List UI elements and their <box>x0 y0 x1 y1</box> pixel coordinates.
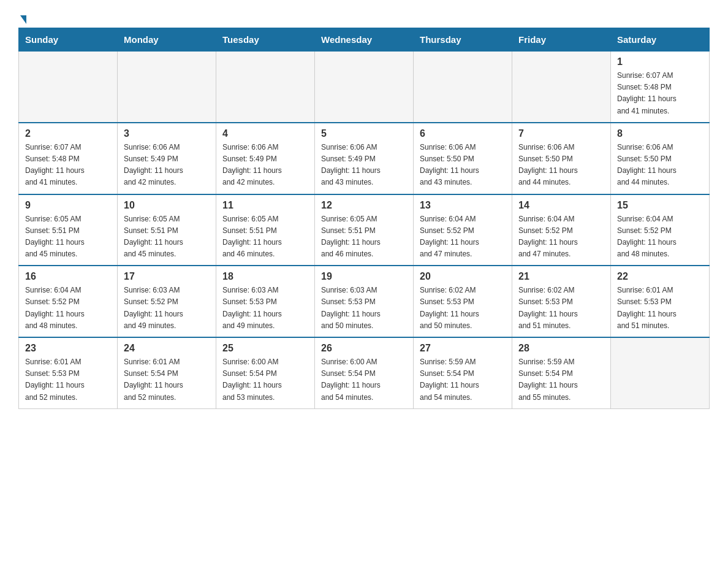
day-number: 9 <box>25 200 111 211</box>
calendar-cell: 27Sunrise: 5:59 AM Sunset: 5:54 PM Dayli… <box>414 337 512 408</box>
calendar-cell: 7Sunrise: 6:06 AM Sunset: 5:50 PM Daylig… <box>512 123 611 194</box>
calendar-cell: 11Sunrise: 6:05 AM Sunset: 5:51 PM Dayli… <box>216 194 315 266</box>
calendar-cell: 15Sunrise: 6:04 AM Sunset: 5:52 PM Dayli… <box>611 194 710 266</box>
logo <box>18 12 26 21</box>
calendar-cell: 12Sunrise: 6:05 AM Sunset: 5:51 PM Dayli… <box>315 194 414 266</box>
day-number: 3 <box>124 128 210 139</box>
day-info: Sunrise: 6:03 AM Sunset: 5:53 PM Dayligh… <box>321 285 407 332</box>
day-info: Sunrise: 5:59 AM Sunset: 5:54 PM Dayligh… <box>518 356 604 404</box>
day-number: 26 <box>321 343 407 354</box>
day-info: Sunrise: 6:02 AM Sunset: 5:53 PM Dayligh… <box>518 285 604 332</box>
day-number: 23 <box>25 343 111 354</box>
calendar-cell <box>611 337 710 408</box>
day-info: Sunrise: 6:04 AM Sunset: 5:52 PM Dayligh… <box>420 213 506 261</box>
calendar-cell: 28Sunrise: 5:59 AM Sunset: 5:54 PM Dayli… <box>512 337 611 408</box>
calendar-cell: 19Sunrise: 6:03 AM Sunset: 5:53 PM Dayli… <box>315 266 414 337</box>
day-of-week-header: Sunday <box>19 28 118 52</box>
day-number: 16 <box>25 271 111 282</box>
calendar-cell: 4Sunrise: 6:06 AM Sunset: 5:49 PM Daylig… <box>216 123 315 194</box>
day-number: 20 <box>420 271 506 282</box>
day-info: Sunrise: 6:05 AM Sunset: 5:51 PM Dayligh… <box>25 213 111 261</box>
day-of-week-header: Friday <box>512 28 611 52</box>
day-number: 4 <box>222 128 308 139</box>
calendar-week-row: 9Sunrise: 6:05 AM Sunset: 5:51 PM Daylig… <box>19 194 710 266</box>
calendar-cell: 10Sunrise: 6:05 AM Sunset: 5:51 PM Dayli… <box>118 194 216 266</box>
calendar-cell: 22Sunrise: 6:01 AM Sunset: 5:53 PM Dayli… <box>611 266 710 337</box>
day-number: 7 <box>518 128 604 139</box>
day-info: Sunrise: 6:01 AM Sunset: 5:53 PM Dayligh… <box>25 356 111 404</box>
calendar-cell: 3Sunrise: 6:06 AM Sunset: 5:49 PM Daylig… <box>118 123 216 194</box>
day-info: Sunrise: 6:06 AM Sunset: 5:49 PM Dayligh… <box>124 142 210 189</box>
day-number: 24 <box>124 343 210 354</box>
day-info: Sunrise: 6:05 AM Sunset: 5:51 PM Dayligh… <box>222 213 308 261</box>
day-number: 17 <box>124 271 210 282</box>
day-number: 2 <box>25 128 111 139</box>
day-info: Sunrise: 6:01 AM Sunset: 5:53 PM Dayligh… <box>617 285 703 332</box>
calendar-cell <box>414 52 512 123</box>
logo-general-text <box>18 15 26 23</box>
day-info: Sunrise: 6:07 AM Sunset: 5:48 PM Dayligh… <box>25 142 111 189</box>
day-info: Sunrise: 6:06 AM Sunset: 5:50 PM Dayligh… <box>420 142 506 189</box>
day-info: Sunrise: 6:02 AM Sunset: 5:53 PM Dayligh… <box>420 285 506 332</box>
day-info: Sunrise: 6:06 AM Sunset: 5:49 PM Dayligh… <box>222 142 308 189</box>
calendar-cell: 17Sunrise: 6:03 AM Sunset: 5:52 PM Dayli… <box>118 266 216 337</box>
day-info: Sunrise: 6:04 AM Sunset: 5:52 PM Dayligh… <box>518 213 604 261</box>
day-info: Sunrise: 6:05 AM Sunset: 5:51 PM Dayligh… <box>321 213 407 261</box>
calendar-cell <box>19 52 118 123</box>
calendar-cell: 21Sunrise: 6:02 AM Sunset: 5:53 PM Dayli… <box>512 266 611 337</box>
day-number: 28 <box>518 343 604 354</box>
day-number: 14 <box>518 200 604 211</box>
day-of-week-header: Monday <box>118 28 216 52</box>
calendar-cell <box>512 52 611 123</box>
day-number: 8 <box>617 128 703 139</box>
page-header <box>18 12 710 21</box>
calendar-cell: 2Sunrise: 6:07 AM Sunset: 5:48 PM Daylig… <box>19 123 118 194</box>
day-number: 25 <box>222 343 308 354</box>
calendar-cell: 20Sunrise: 6:02 AM Sunset: 5:53 PM Dayli… <box>414 266 512 337</box>
day-number: 19 <box>321 271 407 282</box>
calendar-cell: 26Sunrise: 6:00 AM Sunset: 5:54 PM Dayli… <box>315 337 414 408</box>
calendar-cell: 25Sunrise: 6:00 AM Sunset: 5:54 PM Dayli… <box>216 337 315 408</box>
calendar-header-row: SundayMondayTuesdayWednesdayThursdayFrid… <box>19 28 710 52</box>
calendar-cell <box>315 52 414 123</box>
calendar-cell: 9Sunrise: 6:05 AM Sunset: 5:51 PM Daylig… <box>19 194 118 266</box>
calendar-week-row: 16Sunrise: 6:04 AM Sunset: 5:52 PM Dayli… <box>19 266 710 337</box>
day-info: Sunrise: 6:00 AM Sunset: 5:54 PM Dayligh… <box>222 356 308 404</box>
calendar-table: SundayMondayTuesdayWednesdayThursdayFrid… <box>18 28 710 409</box>
day-info: Sunrise: 6:04 AM Sunset: 5:52 PM Dayligh… <box>617 213 703 261</box>
calendar-cell: 16Sunrise: 6:04 AM Sunset: 5:52 PM Dayli… <box>19 266 118 337</box>
day-number: 12 <box>321 200 407 211</box>
day-info: Sunrise: 6:01 AM Sunset: 5:54 PM Dayligh… <box>124 356 210 404</box>
day-info: Sunrise: 5:59 AM Sunset: 5:54 PM Dayligh… <box>420 356 506 404</box>
day-number: 1 <box>617 56 703 67</box>
calendar-week-row: 23Sunrise: 6:01 AM Sunset: 5:53 PM Dayli… <box>19 337 710 408</box>
day-number: 5 <box>321 128 407 139</box>
day-number: 6 <box>420 128 506 139</box>
calendar-cell: 6Sunrise: 6:06 AM Sunset: 5:50 PM Daylig… <box>414 123 512 194</box>
day-of-week-header: Wednesday <box>315 28 414 52</box>
day-number: 21 <box>518 271 604 282</box>
calendar-cell: 14Sunrise: 6:04 AM Sunset: 5:52 PM Dayli… <box>512 194 611 266</box>
day-number: 15 <box>617 200 703 211</box>
day-of-week-header: Saturday <box>611 28 710 52</box>
day-number: 11 <box>222 200 308 211</box>
calendar-cell: 5Sunrise: 6:06 AM Sunset: 5:49 PM Daylig… <box>315 123 414 194</box>
day-number: 10 <box>124 200 210 211</box>
day-info: Sunrise: 6:05 AM Sunset: 5:51 PM Dayligh… <box>124 213 210 261</box>
day-info: Sunrise: 6:06 AM Sunset: 5:50 PM Dayligh… <box>617 142 703 189</box>
calendar-cell: 24Sunrise: 6:01 AM Sunset: 5:54 PM Dayli… <box>118 337 216 408</box>
calendar-cell: 23Sunrise: 6:01 AM Sunset: 5:53 PM Dayli… <box>19 337 118 408</box>
day-info: Sunrise: 6:00 AM Sunset: 5:54 PM Dayligh… <box>321 356 407 404</box>
calendar-cell: 1Sunrise: 6:07 AM Sunset: 5:48 PM Daylig… <box>611 52 710 123</box>
calendar-cell <box>216 52 315 123</box>
calendar-cell: 18Sunrise: 6:03 AM Sunset: 5:53 PM Dayli… <box>216 266 315 337</box>
day-info: Sunrise: 6:07 AM Sunset: 5:48 PM Dayligh… <box>617 70 703 117</box>
day-info: Sunrise: 6:06 AM Sunset: 5:50 PM Dayligh… <box>518 142 604 189</box>
day-of-week-header: Thursday <box>414 28 512 52</box>
day-number: 13 <box>420 200 506 211</box>
calendar-week-row: 2Sunrise: 6:07 AM Sunset: 5:48 PM Daylig… <box>19 123 710 194</box>
logo-arrow-icon <box>20 15 26 24</box>
day-number: 22 <box>617 271 703 282</box>
day-of-week-header: Tuesday <box>216 28 315 52</box>
calendar-week-row: 1Sunrise: 6:07 AM Sunset: 5:48 PM Daylig… <box>19 52 710 123</box>
